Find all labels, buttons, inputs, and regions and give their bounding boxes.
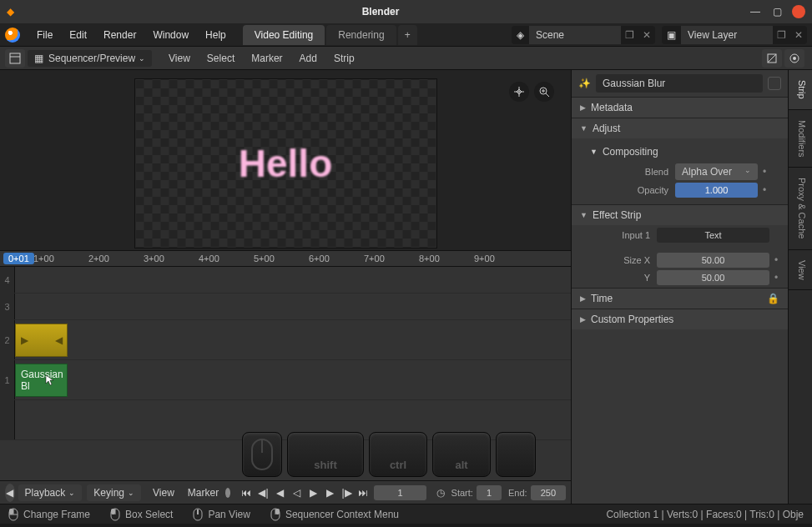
scene-selector[interactable]: ◈ ❐ ✕ [512, 26, 655, 44]
playhead-indicator[interactable]: 0+01 [3, 253, 34, 264]
pin-toggle[interactable] [768, 77, 781, 90]
scene-new-button[interactable]: ❐ [621, 29, 638, 41]
strip-handle-left-icon[interactable]: ▶ [21, 324, 28, 356]
frame-prev-button[interactable]: ◀ [272, 485, 287, 500]
strip-handle-right-icon[interactable]: ◀ [55, 324, 62, 356]
blank-key [496, 432, 536, 477]
section-effect-strip[interactable]: ▼ Effect Strip [572, 205, 788, 225]
timeline-ruler[interactable]: 0+01 1+00 2+00 3+00 4+00 5+00 6+00 7+00 … [0, 250, 571, 267]
transport-controls: ⏮ ◀| ◀ ◁ ▶ ▶ |▶ ⏭ [239, 485, 371, 500]
status-change-frame: Change Frame [8, 508, 90, 521]
collapse-left-button[interactable]: ◀ [5, 484, 15, 502]
tab-modifiers[interactable]: Modifiers [789, 110, 812, 168]
menu-marker[interactable]: Marker [243, 49, 290, 68]
keyframe-next-button[interactable]: |▶ [339, 485, 354, 500]
menu-edit[interactable]: Edit [61, 26, 95, 44]
input1-field[interactable]: Text [657, 228, 769, 243]
anim-dot-icon[interactable]: • [774, 254, 781, 266]
auto-keying-toggle[interactable] [225, 488, 230, 498]
frame-next-button[interactable]: ▶ [322, 485, 337, 500]
status-bar: Change Frame Box Select Pan View Sequenc… [0, 504, 812, 524]
editor-type-button[interactable] [5, 49, 25, 68]
subsection-compositing[interactable]: ▼ Compositing [590, 143, 776, 161]
menu-view[interactable]: View [160, 49, 199, 68]
blend-mode-select[interactable]: Alpha Over ⌄ [675, 163, 758, 180]
jump-start-button[interactable]: ⏮ [239, 485, 254, 500]
menu-window[interactable]: Window [144, 26, 197, 44]
tab-proxy-cache[interactable]: Proxy & Cache [789, 168, 812, 249]
preview-canvas: Hello [134, 78, 437, 248]
menu-select[interactable]: Select [199, 49, 243, 68]
end-frame-input[interactable]: 250 [531, 485, 566, 500]
section-custom-properties[interactable]: ▶ Custom Properties [572, 309, 788, 329]
close-button[interactable] [792, 5, 805, 18]
tab-rendering[interactable]: Rendering [326, 25, 396, 45]
pan-view-button[interactable] [509, 82, 529, 102]
svg-rect-0 [10, 53, 20, 63]
anim-dot-icon[interactable]: • [763, 166, 769, 178]
opacity-label: Opacity [620, 185, 675, 195]
scene-delete-button[interactable]: ✕ [638, 29, 655, 41]
track-channel-4[interactable]: 4 [0, 267, 571, 294]
clock-icon: ◷ [436, 487, 445, 499]
menu-file[interactable]: File [28, 26, 61, 44]
anim-dot-icon[interactable]: • [774, 272, 781, 284]
mouse-icon [242, 432, 282, 477]
play-button[interactable]: ▶ [305, 485, 320, 500]
zoom-view-button[interactable] [534, 82, 554, 102]
window-titlebar: ◆ Blender — ▢ [0, 0, 812, 23]
jump-end-button[interactable]: ⏭ [356, 485, 371, 500]
section-adjust[interactable]: ▼ Adjust [572, 118, 788, 138]
chevron-down-icon: ▼ [580, 124, 588, 133]
preview-area[interactable]: Hello [0, 70, 571, 250]
keyframe-prev-button[interactable]: ◀| [255, 485, 270, 500]
lock-icon[interactable]: 🔒 [767, 293, 779, 304]
play-reverse-button[interactable]: ◁ [289, 485, 304, 500]
preview-shading-button[interactable] [762, 49, 782, 68]
viewlayer-delete-button[interactable]: ✕ [790, 29, 807, 41]
playback-view-menu[interactable]: View [146, 484, 181, 501]
current-frame-input[interactable]: 1 [374, 485, 426, 500]
start-frame-input[interactable]: 1 [477, 485, 502, 500]
menu-help[interactable]: Help [197, 26, 235, 44]
gaussian-blur-strip[interactable]: Gaussian Bl [15, 364, 68, 397]
sizey-input[interactable]: 50.00 [657, 270, 769, 285]
text-strip[interactable]: ▶ ◀ [15, 324, 68, 357]
mouse-middle-icon [193, 508, 203, 521]
ruler-tick: 5+00 [254, 251, 309, 264]
overlay-toggle-button[interactable] [784, 49, 804, 68]
track-channel-2[interactable]: 2 ▶ ◀ [0, 320, 571, 360]
end-label: End: [508, 488, 527, 498]
tab-video-editing[interactable]: Video Editing [243, 25, 325, 45]
sizex-label: Size X [602, 255, 657, 265]
hotkey-overlay: shift ctrl alt [242, 432, 536, 477]
keying-menu[interactable]: Keying⌄ [87, 484, 141, 501]
tab-view[interactable]: View [789, 250, 812, 291]
viewlayer-selector[interactable]: ▣ ❐ ✕ [662, 26, 807, 44]
track-channel-3[interactable]: 3 [0, 294, 571, 320]
tab-add[interactable]: + [398, 25, 417, 45]
menu-strip[interactable]: Strip [325, 49, 363, 68]
maximize-button[interactable]: ▢ [770, 5, 784, 18]
sequencer-mode-select[interactable]: ▦ Sequencer/Preview ⌄ [28, 50, 152, 67]
playback-menu[interactable]: Playback⌄ [18, 484, 83, 501]
playback-marker-menu[interactable]: Marker [181, 484, 225, 501]
scene-name-input[interactable] [529, 26, 621, 44]
opacity-slider[interactable]: 1.000 [675, 183, 758, 198]
minimize-button[interactable]: — [749, 5, 762, 18]
anim-dot-icon[interactable]: • [763, 184, 769, 196]
menu-render[interactable]: Render [95, 26, 144, 44]
section-metadata[interactable]: ▶ Metadata [572, 98, 788, 118]
sizex-input[interactable]: 50.00 [657, 253, 769, 268]
viewlayer-new-button[interactable]: ❐ [773, 29, 790, 41]
sequencer-header: ▦ Sequencer/Preview ⌄ View Select Marker… [0, 47, 812, 70]
viewlayer-name-input[interactable] [681, 26, 773, 44]
section-time[interactable]: ▶ Time 🔒 [572, 289, 788, 309]
svg-point-4 [793, 57, 796, 60]
status-stats: Collection 1 | Verts:0 | Faces:0 | Tris:… [606, 509, 804, 520]
track-channel-1[interactable]: 1 Gaussian Bl [0, 360, 571, 400]
timeline-tracks[interactable]: 4 3 2 ▶ ◀ 1 Gaussian Bl [0, 267, 571, 480]
strip-name-input[interactable] [596, 74, 763, 93]
tab-strip[interactable]: Strip [789, 70, 812, 110]
menu-add[interactable]: Add [291, 49, 325, 68]
